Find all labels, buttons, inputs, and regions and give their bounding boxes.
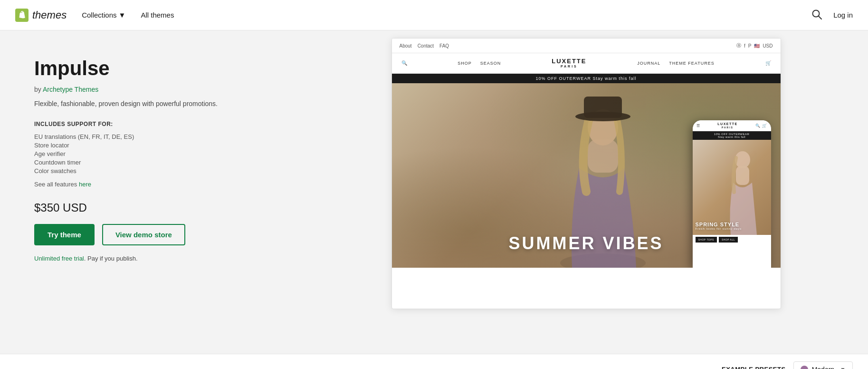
svg-line-2 bbox=[819, 16, 821, 19]
preview-brand: LUXETTE PARIS bbox=[552, 58, 586, 68]
list-item: Color swatches bbox=[34, 167, 277, 175]
preview-nav-shop: SHOP bbox=[458, 61, 472, 66]
list-item: Countdown timer bbox=[34, 159, 277, 166]
phone-hero: SPRING STYLE Fresh looks for sunny days bbox=[693, 140, 771, 235]
nav-right: Log in bbox=[810, 7, 853, 23]
preview-nav-journal: JOURNAL bbox=[637, 61, 660, 66]
phone-promo-bar: 10% OFF OUTERWEAR Stay warm this fall bbox=[693, 131, 771, 140]
free-trial-suffix: . Pay if you publish. bbox=[84, 255, 138, 262]
support-list: EU translations (EN, FR, IT, DE, ES) Sto… bbox=[34, 133, 277, 176]
preview-hero: SUMMER VIBES ☰ LUXETTE PARIS 🔍 🛒 bbox=[392, 83, 781, 268]
phone-person-silhouette bbox=[714, 140, 771, 235]
preset-name: Modern bbox=[812, 366, 834, 369]
svg-rect-7 bbox=[584, 97, 622, 118]
phone-nav-icons: 🔍 🛒 bbox=[755, 124, 767, 128]
author-link[interactable]: Archetype Themes bbox=[43, 86, 98, 93]
theme-title: Impulse bbox=[34, 57, 277, 80]
list-item: Age verifier bbox=[34, 150, 277, 157]
author-prefix: by bbox=[34, 86, 41, 93]
phone-preview: ☰ LUXETTE PARIS 🔍 🛒 10% OFF OUTERW bbox=[693, 120, 771, 268]
login-link[interactable]: Log in bbox=[833, 11, 853, 19]
preview-browser: About Contact FAQ ⓐ f P 🇺🇸 USD 🔍 SHOP SE… bbox=[391, 38, 781, 309]
search-icon bbox=[811, 9, 822, 19]
list-item: EU translations (EN, FR, IT, DE, ES) bbox=[34, 133, 277, 140]
example-presets-label: EXAMPLE PRESETS bbox=[722, 366, 786, 369]
see-features-link[interactable]: here bbox=[79, 181, 91, 188]
shopify-logo-icon bbox=[15, 9, 29, 22]
preview-panel: About Contact FAQ ⓐ f P 🇺🇸 USD 🔍 SHOP SE… bbox=[304, 30, 868, 354]
preview-link-faq: FAQ bbox=[439, 43, 449, 49]
pinterest-icon: P bbox=[748, 43, 752, 49]
all-themes-link[interactable]: All themes bbox=[141, 11, 174, 19]
view-demo-button[interactable]: View demo store bbox=[102, 224, 185, 245]
theme-author: by Archetype Themes bbox=[34, 86, 277, 93]
phone-screen: ☰ LUXETTE PARIS 🔍 🛒 10% OFF OUTERW bbox=[693, 120, 771, 268]
collections-link[interactable]: Collections ▼ bbox=[82, 11, 125, 19]
free-trial-link[interactable]: Unlimited free trial bbox=[34, 255, 84, 262]
phone-brand: LUXETTE PARIS bbox=[717, 122, 737, 129]
preview-top-bar: About Contact FAQ ⓐ f P 🇺🇸 USD bbox=[392, 39, 781, 53]
instagram-icon: ⓐ bbox=[736, 42, 741, 49]
collections-label: Collections bbox=[82, 11, 116, 19]
search-button[interactable] bbox=[810, 7, 824, 23]
preview-nav-links-right: JOURNAL THEME FEATURES bbox=[637, 61, 714, 66]
preview-top-icons: ⓐ f P 🇺🇸 USD bbox=[736, 42, 773, 49]
all-themes-label: All themes bbox=[141, 11, 174, 19]
theme-info-panel: Impulse by Archetype Themes Flexible, fa… bbox=[0, 30, 304, 354]
flag-icon: 🇺🇸 bbox=[754, 43, 760, 49]
preview-link-about: About bbox=[400, 43, 412, 49]
preview-nav-features: THEME FEATURES bbox=[669, 61, 714, 66]
theme-description: Flexible, fashionable, proven design wit… bbox=[34, 100, 277, 107]
preset-color-dot bbox=[801, 366, 808, 369]
preview-promo-bar: 10% OFF OUTERWEAR Stay warm this fall bbox=[392, 74, 781, 83]
phone-top-bar: ☰ LUXETTE PARIS 🔍 🛒 bbox=[693, 120, 771, 131]
phone-cta-buttons: SHOP TOPS SHOP ALL bbox=[693, 235, 771, 244]
preview-cart-icon: 🛒 bbox=[765, 60, 771, 66]
preview-search-icon: 🔍 bbox=[401, 60, 407, 66]
see-features-prefix: See all features bbox=[34, 181, 77, 188]
theme-price: $350 USD bbox=[34, 201, 277, 214]
logo-text: themes bbox=[32, 9, 67, 21]
hamburger-icon: ☰ bbox=[696, 124, 700, 128]
see-features: See all features here bbox=[34, 181, 277, 188]
phone-btn-tops: SHOP TOPS bbox=[696, 237, 717, 243]
nav-links: Collections ▼ All themes bbox=[82, 11, 174, 19]
svg-rect-8 bbox=[736, 166, 749, 185]
free-trial-text: Unlimited free trial. Pay if you publish… bbox=[34, 255, 277, 262]
phone-search-icon: 🔍 bbox=[755, 124, 760, 128]
currency-label: USD bbox=[763, 43, 773, 49]
list-item: Store locator bbox=[34, 142, 277, 149]
chevron-down-icon: ▼ bbox=[119, 11, 126, 19]
try-theme-button[interactable]: Try theme bbox=[34, 224, 95, 245]
preview-main-nav: 🔍 SHOP SEASON LUXETTE PARIS JOURNAL THEM… bbox=[392, 53, 781, 74]
facebook-icon: f bbox=[744, 43, 745, 49]
preset-dropdown[interactable]: Modern ▼ bbox=[793, 361, 853, 369]
chevron-down-icon: ▼ bbox=[840, 366, 846, 369]
phone-cart-icon: 🛒 bbox=[762, 124, 767, 128]
phone-btn-all: SHOP ALL bbox=[719, 237, 738, 243]
bottom-bar: EXAMPLE PRESETS Modern ▼ bbox=[0, 354, 868, 369]
main-content: Impulse by Archetype Themes Flexible, fa… bbox=[0, 30, 868, 354]
phone-hero-text: SPRING STYLE Fresh looks for sunny days bbox=[696, 222, 742, 230]
preview-top-links: About Contact FAQ bbox=[400, 43, 449, 49]
logo-link[interactable]: themes bbox=[15, 9, 67, 22]
action-buttons: Try theme View demo store bbox=[34, 224, 277, 245]
main-nav: themes Collections ▼ All themes Log in bbox=[0, 0, 868, 30]
preview-link-contact: Contact bbox=[418, 43, 434, 49]
preview-hero-text: SUMMER VIBES bbox=[508, 233, 663, 253]
preview-nav-links: SHOP SEASON bbox=[458, 61, 501, 66]
preview-nav-season: SEASON bbox=[480, 61, 501, 66]
support-heading: INCLUDES SUPPORT FOR: bbox=[34, 121, 277, 127]
